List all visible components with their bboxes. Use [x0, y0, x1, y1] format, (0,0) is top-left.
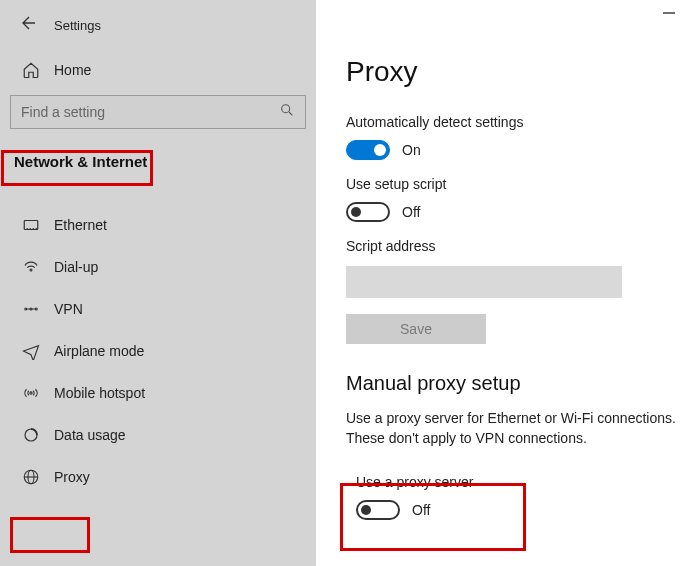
sidebar-item-airplane[interactable]: Airplane mode: [0, 330, 316, 372]
use-proxy-state: Off: [412, 502, 430, 518]
manual-proxy-title: Manual proxy setup: [346, 372, 700, 395]
svg-point-2: [30, 269, 32, 271]
sidebar-item-label: Airplane mode: [54, 343, 144, 359]
dialup-icon: [22, 258, 40, 276]
sidebar: Settings Home Network & Internet Etherne…: [0, 0, 316, 566]
save-button[interactable]: Save: [346, 314, 486, 344]
svg-point-0: [282, 105, 290, 113]
sidebar-item-label: Dial-up: [54, 259, 98, 275]
script-address-label: Script address: [346, 238, 700, 254]
manual-proxy-desc: Use a proxy server for Ethernet or Wi-Fi…: [346, 409, 700, 448]
page-title: Proxy: [346, 56, 700, 88]
sidebar-nav-list: Ethernet Dial-up VPN Airplane mode Mobil…: [0, 204, 316, 498]
data-usage-icon: [22, 426, 40, 444]
sidebar-item-label: Home: [54, 62, 91, 78]
back-arrow-icon[interactable]: [20, 14, 38, 37]
titlebar-left: Settings: [0, 0, 316, 49]
home-icon: [22, 61, 40, 79]
script-address-block: Script address Save: [346, 238, 700, 344]
svg-point-4: [30, 308, 32, 310]
main-panel: Proxy Automatically detect settings On U…: [316, 0, 700, 566]
use-proxy-block: Use a proxy server Off: [346, 468, 519, 528]
airplane-icon: [22, 342, 40, 360]
sidebar-section-title: Network & Internet: [4, 147, 157, 176]
search-box[interactable]: [10, 95, 306, 129]
svg-point-6: [30, 392, 32, 394]
auto-detect-label: Automatically detect settings: [346, 114, 700, 130]
search-icon: [279, 102, 295, 122]
hotspot-icon: [22, 384, 40, 402]
use-proxy-toggle[interactable]: [356, 500, 400, 520]
ethernet-icon: [22, 216, 40, 234]
sidebar-item-home[interactable]: Home: [0, 49, 316, 95]
setup-script-label: Use setup script: [346, 176, 700, 192]
window-title: Settings: [54, 18, 101, 33]
setup-script-toggle[interactable]: [346, 202, 390, 222]
sidebar-item-datausage[interactable]: Data usage: [0, 414, 316, 456]
sidebar-item-proxy[interactable]: Proxy: [0, 456, 316, 498]
sidebar-item-label: Ethernet: [54, 217, 107, 233]
minimize-button[interactable]: [662, 6, 676, 23]
script-address-input[interactable]: [346, 266, 622, 298]
auto-detect-toggle[interactable]: [346, 140, 390, 160]
sidebar-item-vpn[interactable]: VPN: [0, 288, 316, 330]
sidebar-item-label: Proxy: [54, 469, 90, 485]
vpn-icon: [22, 300, 40, 318]
svg-point-3: [25, 308, 27, 310]
sidebar-item-label: Data usage: [54, 427, 126, 443]
setup-script-state: Off: [402, 204, 420, 220]
auto-detect-state: On: [402, 142, 421, 158]
search-input[interactable]: [21, 104, 279, 120]
sidebar-item-label: VPN: [54, 301, 83, 317]
svg-point-5: [35, 308, 37, 310]
auto-detect-block: Automatically detect settings On: [346, 114, 700, 160]
setup-script-block: Use setup script Off: [346, 176, 700, 222]
sidebar-item-label: Mobile hotspot: [54, 385, 145, 401]
sidebar-item-hotspot[interactable]: Mobile hotspot: [0, 372, 316, 414]
use-proxy-label: Use a proxy server: [356, 474, 473, 490]
sidebar-item-dialup[interactable]: Dial-up: [0, 246, 316, 288]
proxy-icon: [22, 468, 40, 486]
sidebar-item-ethernet[interactable]: Ethernet: [0, 204, 316, 246]
